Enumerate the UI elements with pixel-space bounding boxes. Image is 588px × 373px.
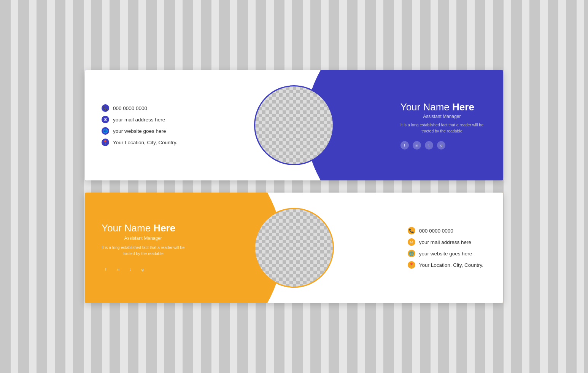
name-light: Your Name bbox=[400, 101, 450, 113]
right-info-orange: 📞 000 0000 0000 ✉ your mail address here… bbox=[408, 227, 483, 269]
location-text: Your Location, City, Country. bbox=[113, 140, 177, 145]
social-icon-4: ig bbox=[437, 141, 445, 149]
person-name: Your Name Here bbox=[102, 222, 184, 234]
location-icon: 📍 bbox=[102, 139, 109, 146]
orange-email-signature: Your Name Here Assistant Manager It is a… bbox=[85, 193, 503, 303]
email-text: your mail address here bbox=[113, 117, 165, 123]
social-icon-2: in bbox=[114, 265, 122, 273]
location-icon: 📍 bbox=[408, 261, 415, 269]
social-icon-3: t bbox=[425, 141, 433, 149]
name-bold: Here bbox=[452, 101, 474, 113]
social-icon-3: t bbox=[126, 265, 134, 273]
phone-row: 📞 000 0000 0000 bbox=[408, 227, 483, 234]
blue-email-signature: 📞 000 0000 0000 ✉ your mail address here… bbox=[85, 70, 503, 180]
location-row: 📍 Your Location, City, Country. bbox=[102, 139, 177, 146]
profile-photo bbox=[254, 85, 334, 165]
social-icon-1: f bbox=[400, 141, 409, 149]
social-icons: f in t ig bbox=[102, 265, 184, 273]
person-name: Your Name Here bbox=[400, 101, 483, 113]
social-icon-4: ig bbox=[138, 265, 146, 273]
social-icon-1: f bbox=[102, 265, 110, 273]
left-info-orange: Your Name Here Assistant Manager It is a… bbox=[102, 222, 184, 274]
desc-line1: It is a long established fact that a rea… bbox=[400, 123, 483, 127]
job-title: Assistant Manager bbox=[400, 114, 483, 119]
job-title: Assistant Manager bbox=[102, 236, 184, 241]
website-icon: 🌐 bbox=[102, 127, 109, 135]
website-text: your website goes here bbox=[419, 251, 472, 257]
phone-text: 000 0000 0000 bbox=[113, 105, 147, 111]
right-info-blue: Your Name Here Assistant Manager It is a… bbox=[400, 101, 483, 150]
email-icon: ✉ bbox=[408, 238, 415, 246]
social-icons: f in t ig bbox=[400, 141, 483, 149]
phone-text: 000 0000 0000 bbox=[419, 228, 453, 234]
name-bold: Here bbox=[153, 222, 175, 234]
location-row: 📍 Your Location, City, Country. bbox=[408, 261, 483, 269]
email-row: ✉ your mail address here bbox=[408, 238, 483, 246]
social-icon-2: in bbox=[413, 141, 421, 149]
email-icon: ✉ bbox=[102, 116, 109, 123]
phone-icon: 📞 bbox=[408, 227, 415, 234]
website-icon: 🌐 bbox=[408, 250, 415, 257]
description: It is a long established fact that a rea… bbox=[400, 122, 483, 134]
desc-line2: tracted by the readable bbox=[421, 129, 462, 133]
email-row: ✉ your mail address here bbox=[102, 116, 177, 123]
description: It is a long established fact that a rea… bbox=[102, 245, 184, 257]
profile-photo bbox=[254, 208, 334, 288]
website-row: 🌐 your website goes here bbox=[408, 250, 483, 257]
desc-line1: It is a long established fact that a rea… bbox=[102, 245, 184, 250]
website-row: 🌐 your website goes here bbox=[102, 127, 177, 135]
name-light: Your Name bbox=[102, 222, 151, 234]
email-text: your mail address here bbox=[419, 239, 471, 245]
phone-row: 📞 000 0000 0000 bbox=[102, 104, 177, 112]
website-text: your website goes here bbox=[113, 128, 166, 134]
phone-icon: 📞 bbox=[102, 104, 109, 112]
desc-line2: tracted by the readable bbox=[122, 251, 163, 256]
location-text: Your Location, City, Country. bbox=[419, 262, 483, 268]
